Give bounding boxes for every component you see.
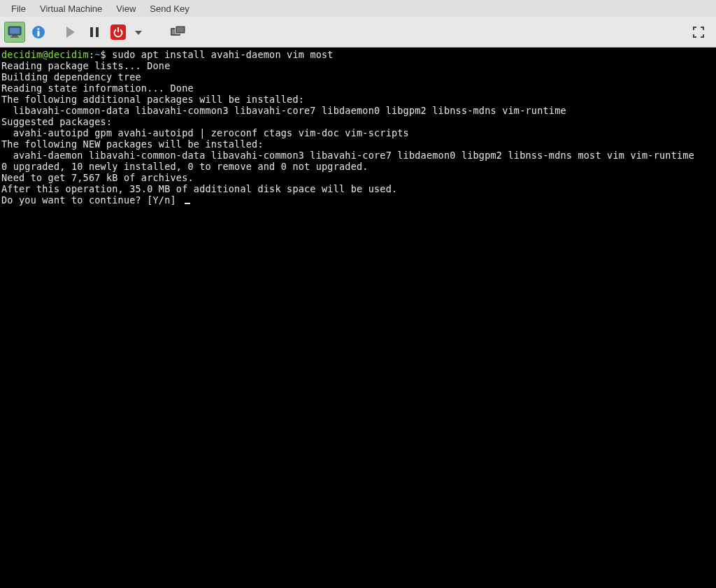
console-view-button[interactable]: [4, 22, 25, 43]
prompt-path: ~: [94, 49, 100, 60]
power-icon: [110, 24, 126, 40]
prompt-sep: :: [89, 49, 94, 60]
terminal-line: The following additional packages will b…: [1, 94, 304, 105]
prompt-dollar: $: [101, 49, 113, 60]
terminal-line: 0 upgraded, 10 newly installed, 0 to rem…: [1, 161, 368, 172]
terminal-line: Reading state information... Done: [1, 83, 194, 94]
cursor: [185, 203, 190, 204]
menu-send-key[interactable]: Send Key: [144, 2, 194, 15]
menu-virtual-machine[interactable]: Virtual Machine: [34, 2, 108, 15]
svg-marker-15: [135, 31, 142, 35]
svg-rect-14: [117, 27, 119, 32]
terminal-line: avahi-daemon libavahi-common-data libava…: [1, 150, 694, 161]
terminal-line: The following NEW packages will be insta…: [1, 138, 264, 150]
shutdown-menu-dropdown[interactable]: [131, 22, 145, 43]
menu-file[interactable]: File: [6, 2, 31, 15]
pause-icon: [90, 27, 99, 37]
prompt-user: decidim@decidim: [1, 49, 89, 60]
monitor-icon: [8, 26, 22, 38]
chevron-down-icon: [135, 27, 142, 37]
terminal-line: Building dependency tree: [1, 71, 141, 83]
terminal-line: Need to get 7,567 kB of archives.: [1, 172, 194, 183]
svg-rect-2: [12, 35, 17, 36]
fullscreen-icon: [693, 27, 704, 38]
terminal-line: Reading package lists... Done: [1, 60, 171, 71]
svg-marker-7: [66, 27, 75, 38]
clone-display-button[interactable]: [168, 22, 189, 43]
svg-rect-8: [90, 27, 93, 37]
terminal-line: libavahi-common-data libavahi-common3 li…: [1, 105, 566, 116]
terminal-line: After this operation, 35.0 MB of additio…: [1, 183, 397, 194]
svg-rect-1: [10, 28, 20, 34]
svg-rect-19: [177, 27, 184, 32]
info-view-button[interactable]: [28, 22, 49, 43]
fullscreen-button[interactable]: [688, 22, 709, 43]
svg-rect-3: [10, 36, 19, 38]
menubar: File Virtual Machine View Send Key: [0, 0, 716, 17]
svg-rect-6: [38, 31, 40, 36]
run-button[interactable]: [60, 22, 81, 43]
terminal-line: Suggested packages:: [1, 116, 112, 127]
info-icon: [31, 25, 45, 39]
clone-display-icon: [171, 26, 186, 38]
menu-view[interactable]: View: [110, 2, 141, 15]
terminal-area[interactable]: decidim@decidim:~$ sudo apt install avah…: [0, 48, 716, 588]
terminal-line: Do you want to continue? [Y/n]: [1, 194, 182, 206]
terminal-line: avahi-autoipd gpm avahi-autoipd | zeroco…: [1, 127, 409, 138]
toolbar: [0, 17, 716, 48]
command-text: sudo apt install avahi-daemon vim most: [112, 49, 333, 60]
svg-point-5: [38, 28, 40, 30]
play-icon: [66, 27, 76, 38]
pause-button[interactable]: [84, 22, 105, 43]
shutdown-button[interactable]: [108, 22, 129, 43]
svg-rect-9: [96, 27, 99, 37]
